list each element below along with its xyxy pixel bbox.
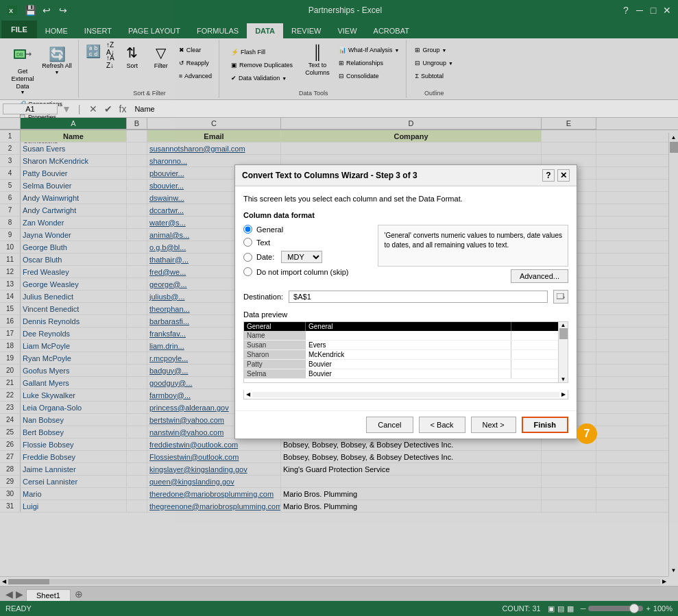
preview-content: General General Name Susan Evers Sharon … — [244, 322, 558, 382]
preview-row-3: Sharon McKendrick — [244, 350, 558, 360]
radio-date-label: Date: — [256, 253, 274, 261]
preview-hscroll-left[interactable]: ◀ — [244, 391, 252, 397]
finish-button[interactable]: Finish — [522, 417, 568, 433]
radio-text-label: Text — [256, 238, 270, 247]
column-format-options: General Text Date: MDY DMY YMD — [243, 225, 349, 276]
preview-cell-1-1: Name — [244, 331, 306, 340]
radio-date-row: Date: MDY DMY YMD — [243, 251, 349, 263]
preview-cell-4-1: Patty — [244, 360, 306, 369]
data-preview-area: General General Name Susan Evers Sharon … — [243, 321, 568, 383]
preview-cell-3-1: Sharon — [244, 350, 306, 359]
preview-scroll-down[interactable]: ▼ — [559, 376, 568, 382]
destination-row: Destination: — [243, 290, 568, 304]
preview-cell-2-1: Susan — [244, 341, 306, 349]
preview-cell-2-2: Evers — [306, 341, 511, 349]
preview-vscroll[interactable]: ▲ ▼ — [558, 322, 568, 382]
preview-title: Data preview — [243, 310, 568, 319]
preview-row-2: Susan Evers — [244, 341, 558, 350]
next-button[interactable]: Next > — [471, 417, 516, 433]
radio-general-row: General — [243, 225, 349, 234]
general-note: 'General' converts numeric values to num… — [378, 225, 568, 267]
dialog-help-button[interactable]: ? — [542, 169, 555, 182]
date-format-select[interactable]: MDY DMY YMD — [281, 251, 322, 263]
text-to-columns-dialog: Convert Text to Columns Wizard - Step 3 … — [234, 164, 577, 439]
dialog-close-button[interactable]: ✕ — [557, 169, 570, 182]
radio-text-row: Text — [243, 238, 349, 247]
preview-row-1: Name — [244, 331, 558, 341]
step-badge: 7 — [577, 423, 597, 444]
preview-hscroll-right[interactable]: ▶ — [559, 391, 568, 397]
radio-skip-label: Do not import column (skip) — [256, 268, 349, 276]
dialog-description: This screen lets you select each column … — [243, 195, 568, 203]
radio-general[interactable] — [243, 225, 252, 234]
dialog-overlay: Convert Text to Columns Wizard - Step 3 … — [0, 0, 678, 616]
preview-hscroll[interactable]: ◀ ▶ — [243, 390, 568, 399]
preview-col-1-header: General — [244, 322, 306, 331]
preview-cell-3-2: McKendrick — [306, 350, 511, 359]
radio-general-label: General — [256, 225, 283, 234]
dialog-title: Convert Text to Columns Wizard - Step 3 … — [242, 171, 417, 180]
radio-skip[interactable] — [243, 267, 252, 276]
preview-scroll-up[interactable]: ▲ — [559, 322, 568, 328]
preview-cell-1-2 — [306, 331, 511, 340]
preview-header: General General — [244, 322, 558, 331]
preview-cell-4-2: Bouvier — [306, 360, 511, 369]
dialog-body: This screen lets you select each column … — [235, 186, 577, 410]
preview-row-5: Selma Bouvier — [244, 369, 558, 379]
destination-picker-button[interactable] — [553, 290, 568, 304]
dialog-footer: Cancel < Back Next > Finish 7 — [235, 410, 577, 439]
radio-date[interactable] — [243, 253, 252, 262]
dialog-format-row: General Text Date: MDY DMY YMD — [243, 225, 568, 283]
preview-row-4: Patty Bouvier — [244, 360, 558, 369]
svg-marker-8 — [564, 296, 565, 299]
preview-col-2-header: General — [306, 322, 511, 331]
radio-skip-row: Do not import column (skip) — [243, 267, 349, 276]
preview-hscroll-track[interactable] — [252, 392, 559, 397]
preview-scroll-thumb[interactable] — [559, 328, 568, 339]
dialog-section-title: Column data format — [243, 211, 568, 219]
destination-input[interactable] — [289, 291, 548, 303]
advanced-button[interactable]: Advanced... — [511, 269, 568, 283]
dialog-titlebar: Convert Text to Columns Wizard - Step 3 … — [235, 165, 577, 186]
cancel-button[interactable]: Cancel — [366, 417, 413, 433]
svg-rect-7 — [557, 293, 564, 299]
preview-cell-5-1: Selma — [244, 369, 306, 378]
radio-text[interactable] — [243, 238, 252, 247]
back-button[interactable]: < Back — [419, 417, 465, 433]
preview-cell-5-2: Bouvier — [306, 369, 511, 378]
destination-label: Destination: — [243, 293, 283, 301]
